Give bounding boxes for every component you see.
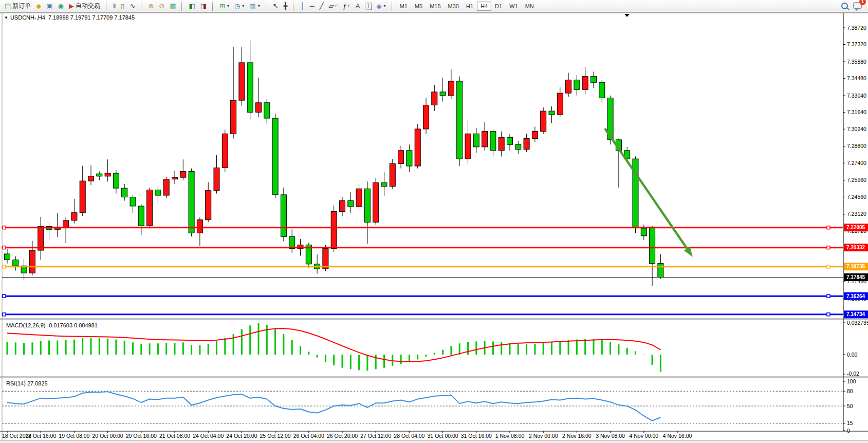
time-label: 24 Oct 20:00 [226,433,257,439]
channel-button[interactable]: ▱E [327,1,340,11]
chart-ohlc-values: 7.18998 7.19791 7.17709 7.17845 [48,14,135,21]
timeframe-button-m15[interactable]: M15 [426,2,444,11]
timeframe-button-w1[interactable]: W1 [506,2,522,11]
autotrading-icon: ▶ [69,2,74,10]
price-tick-label: 7.33040 [847,93,866,99]
support-line-blue-2-price-text: 7.14734 [846,311,865,317]
support-line-blue-1-handle [827,294,830,298]
macd-tick-label: 0.00 [847,352,858,358]
price-chart[interactable]: 7.387207.373207.358807.344807.330407.316… [0,0,868,443]
cursor-button[interactable]: ↖ [271,1,281,11]
candle-body [122,188,127,197]
time-label: 3 Nov 08:00 [596,433,625,439]
tile-windows-button[interactable]: ▦ [168,1,178,11]
candle-body [641,228,647,236]
autotrading-button[interactable]: ▶自动交易 [67,1,102,11]
indicators-button[interactable]: ▥▾ [247,1,262,11]
candle-body [239,63,245,100]
indicator-icon: ▥ [249,2,255,10]
candle-body [473,134,479,147]
time-label: 2 Nov 16:00 [562,433,592,439]
trendline-icon: ╱ [320,2,324,10]
tile-windows-icon: ▦ [170,2,176,10]
timeframe-button-h1[interactable]: H1 [463,2,477,11]
candle-body [272,118,278,195]
time-axis: 18 Oct 202218 Oct 16:0019 Oct 08:0020 Oc… [2,431,692,439]
candle-body [63,220,69,227]
candlestick-chart-button[interactable]: ▯ [119,1,126,11]
text-icon: A [356,2,360,10]
candle-body [264,103,270,118]
arrange-horizontal-button[interactable]: ◨ [198,1,209,11]
candle-body [155,190,161,195]
time-label: 1 Nov 08:00 [495,433,525,439]
candle-body [557,93,563,115]
candle-body [231,100,236,134]
timeframe-button-h4[interactable]: H4 [477,2,491,11]
crosshair-button[interactable]: ╋ [282,1,290,11]
candle-body [323,249,328,269]
search-icon[interactable] [841,3,848,9]
timeframe-button-m1[interactable]: M1 [396,2,411,11]
news-button[interactable]: ◉ [56,1,66,11]
chart-dropdown-icon[interactable]: ▼ [4,15,8,20]
timeframe-button-mn[interactable]: MN [522,2,538,11]
candle-body [180,172,186,178]
new-chart-button[interactable]: ⊞▾ [217,1,231,11]
text-label-button[interactable]: T [363,2,373,11]
candle-body [482,132,488,147]
chevron-down-icon[interactable]: ▾ [258,4,260,8]
candlestick-icon: ▯ [121,2,124,10]
candle-body [214,168,219,191]
candle-body [138,206,144,226]
timeframe-button-m30[interactable]: M30 [445,2,463,11]
vertical-line-button[interactable]: │ [298,1,306,11]
chevron-down-icon[interactable]: ▾ [242,4,244,8]
shapes-button[interactable]: ◈▾ [375,1,388,11]
text-button[interactable]: A [354,1,362,11]
rsi-tick-label: 0 [847,428,850,434]
metaeditor-button[interactable]: ◆ [34,1,43,11]
profiles-button[interactable]: ◷▾ [232,1,246,11]
new-order-button[interactable]: ▤新订单 [3,1,33,11]
candle-body [281,195,286,236]
chevron-down-icon[interactable]: ▾ [227,4,229,8]
trendline-button[interactable]: ╱ [318,1,326,11]
candle-body [88,176,94,181]
notification-badge: 1 [859,0,866,5]
candle-body [247,63,253,113]
zoom-in-button[interactable]: ⊕ [146,1,156,11]
resistance-line-1-handle [827,226,830,229]
time-label: 26 Oct 04:00 [293,433,324,439]
strategy-tester-button[interactable]: ▣ [44,1,54,11]
channel-icon: ▱ [329,2,334,10]
timeframe-button-d1[interactable]: D1 [491,2,506,11]
horizontal-line-button[interactable]: ─ [308,1,317,11]
price-tick-label: 7.27400 [847,160,866,166]
fibonacci-button[interactable]: ƒF [341,1,353,11]
candle-body [197,220,202,233]
toolbar-right-group: 1 [841,2,866,11]
bar-chart-button[interactable]: ‖ [111,1,118,11]
arrange-vertical-button[interactable]: ◧ [187,1,197,11]
support-line-blue-1-handle [3,294,6,298]
macd-tick-label: 0.032735 [847,320,868,326]
line-chart-button[interactable]: ∿ [127,1,137,11]
text-label-icon: T [365,3,371,10]
candle-body [130,197,136,206]
candle-body [373,183,379,223]
price-tick-label: 7.28800 [847,143,866,149]
zoom-out-icon: ⊖ [159,2,164,10]
line-chart-icon: ∿ [130,2,135,10]
candle-body [364,189,370,222]
current-price-line-price-text: 7.17845 [846,274,865,280]
notifications-button[interactable]: 1 [853,2,862,11]
candle-body [147,190,153,226]
candle-body [574,80,580,90]
chevron-down-icon[interactable]: ▾ [384,4,386,8]
zoom-out-button[interactable]: ⊖ [157,1,167,11]
cursor-arrow-icon: ↖ [273,2,279,10]
timeframe-button-m5[interactable]: M5 [411,2,426,11]
support-line-orange-handle [3,265,6,268]
price-tick-label: 7.30240 [847,126,866,132]
